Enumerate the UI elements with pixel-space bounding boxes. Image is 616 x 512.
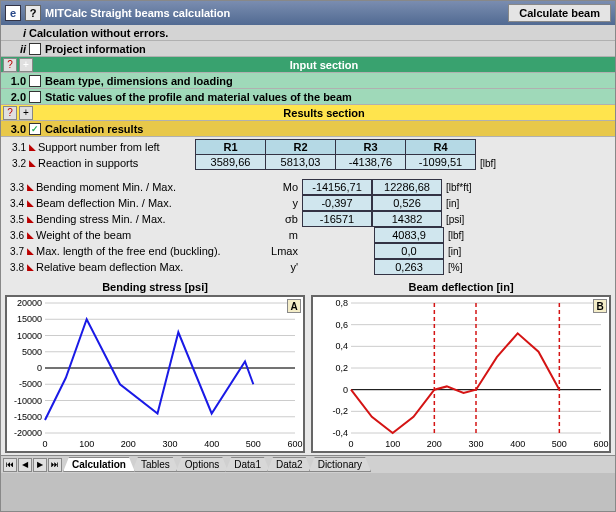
th-r2: R2 — [266, 140, 336, 155]
svg-text:200: 200 — [121, 439, 136, 449]
input-section-header: ? + Input section — [1, 57, 615, 73]
svg-text:400: 400 — [510, 439, 525, 449]
tab-tables[interactable]: Tables — [132, 457, 179, 472]
l32-idx: 3.2 — [3, 158, 29, 169]
svg-text:0,4: 0,4 — [335, 341, 348, 351]
tab-nav-last[interactable]: ⏭ — [48, 458, 62, 472]
svg-text:600: 600 — [593, 439, 608, 449]
td-r2: 5813,03 — [266, 155, 336, 170]
svg-text:0: 0 — [343, 385, 348, 395]
tab-data2[interactable]: Data2 — [267, 457, 312, 472]
chart-a: A 20000150001000050000-5000-10000-15000-… — [5, 295, 305, 453]
project-checkbox[interactable] — [29, 43, 41, 55]
svg-text:500: 500 — [246, 439, 261, 449]
svg-text:-15000: -15000 — [14, 412, 42, 422]
help-icon[interactable]: ? — [25, 5, 41, 21]
tab-data1[interactable]: Data1 — [225, 457, 270, 472]
tab-nav-next[interactable]: ▶ — [33, 458, 47, 472]
svg-text:0,8: 0,8 — [335, 298, 348, 308]
l32-text: Reaction in supports — [38, 157, 189, 169]
project-index: ii — [3, 43, 29, 55]
result-line-3-8: 3.8◣Relative beam deflection Max.y'0,263… — [1, 259, 615, 275]
chart-b: B 0,80,60,40,20-0,2-0,401002003004005006… — [311, 295, 611, 453]
svg-text:0: 0 — [42, 439, 47, 449]
row-1-0-checkbox[interactable] — [29, 75, 41, 87]
tab-calculation[interactable]: Calculation — [63, 457, 135, 472]
td-r4: -1099,51 — [406, 155, 476, 170]
results-section-header: ? + Results section — [1, 105, 615, 121]
row-3-0-idx: 3.0 — [3, 123, 29, 135]
svg-text:15000: 15000 — [17, 314, 42, 324]
row-2-0-text: Static values of the profile and materia… — [45, 91, 613, 103]
result-line-3-4: 3.4◣Beam deflection Min. / Max.y-0,3970,… — [1, 195, 615, 211]
svg-text:300: 300 — [468, 439, 483, 449]
chart-b-svg: 0,80,60,40,20-0,2-0,40100200300400500600 — [313, 297, 609, 451]
input-expand-button[interactable]: + — [19, 58, 33, 72]
status-index: i — [3, 27, 29, 39]
row-2-0: 2.0 Static values of the profile and mat… — [1, 89, 615, 105]
tab-nav-first[interactable]: ⏮ — [3, 458, 17, 472]
svg-text:10000: 10000 — [17, 331, 42, 341]
chart-b-badge[interactable]: B — [593, 299, 607, 313]
row-3-0-checkbox[interactable]: ✓ — [29, 123, 41, 135]
svg-text:100: 100 — [385, 439, 400, 449]
row-2-0-checkbox[interactable] — [29, 91, 41, 103]
marker-icon: ◣ — [29, 158, 38, 168]
app-icon: e — [5, 5, 21, 21]
th-r3: R3 — [336, 140, 406, 155]
results-section-label: Results section — [35, 107, 613, 119]
svg-text:100: 100 — [79, 439, 94, 449]
titlebar: e ? MITCalc Straight beams calculation C… — [1, 1, 615, 25]
svg-text:600: 600 — [287, 439, 302, 449]
chart-b-title: Beam deflection [in] — [311, 281, 611, 295]
svg-text:0,2: 0,2 — [335, 363, 348, 373]
result-line-3-5: 3.5◣Bending stress Min. / Max.σb-1657114… — [1, 211, 615, 227]
calculate-beam-button[interactable]: Calculate beam — [508, 4, 611, 22]
row-1-0-idx: 1.0 — [3, 75, 29, 87]
svg-text:-0,4: -0,4 — [332, 428, 348, 438]
status-row: i Calculation without errors. — [1, 25, 615, 41]
input-section-label: Input section — [35, 59, 613, 71]
svg-text:0: 0 — [37, 363, 42, 373]
th-r4: R4 — [406, 140, 476, 155]
input-help-button[interactable]: ? — [3, 58, 17, 72]
project-text: Project information — [45, 43, 613, 55]
l31-text: Support number from left — [38, 141, 189, 153]
svg-text:-5000: -5000 — [19, 379, 42, 389]
row-3-0: 3.0 ✓ Calculation results — [1, 121, 615, 137]
chart-a-svg: 20000150001000050000-5000-10000-15000-20… — [7, 297, 303, 451]
th-r1: R1 — [196, 140, 266, 155]
svg-text:300: 300 — [162, 439, 177, 449]
supports-unit: [lbf] — [476, 158, 496, 169]
svg-text:5000: 5000 — [22, 347, 42, 357]
result-line-3-6: 3.6◣Weight of the beamm4083,9[lbf] — [1, 227, 615, 243]
row-2-0-idx: 2.0 — [3, 91, 29, 103]
td-r3: -4138,76 — [336, 155, 406, 170]
svg-text:-0,2: -0,2 — [332, 406, 348, 416]
svg-text:500: 500 — [552, 439, 567, 449]
result-line-3-7: 3.7◣Max. length of the free end (bucklin… — [1, 243, 615, 259]
tab-nav-prev[interactable]: ◀ — [18, 458, 32, 472]
status-text: Calculation without errors. — [29, 27, 613, 39]
td-r1: 3589,66 — [196, 155, 266, 170]
results-expand-button[interactable]: + — [19, 106, 33, 120]
row-1-0-text: Beam type, dimensions and loading — [45, 75, 613, 87]
results-help-button[interactable]: ? — [3, 106, 17, 120]
svg-text:200: 200 — [427, 439, 442, 449]
tab-options[interactable]: Options — [176, 457, 228, 472]
chart-a-title: Bending stress [psi] — [5, 281, 305, 295]
svg-text:0,6: 0,6 — [335, 320, 348, 330]
sheet-tabs: ⏮ ◀ ▶ ⏭ CalculationTablesOptionsData1Dat… — [1, 455, 615, 473]
row-1-0: 1.0 Beam type, dimensions and loading — [1, 73, 615, 89]
tab-dictionary[interactable]: Dictionary — [309, 457, 371, 472]
project-row: ii Project information — [1, 41, 615, 57]
svg-text:-10000: -10000 — [14, 396, 42, 406]
chart-a-badge[interactable]: A — [287, 299, 301, 313]
row-3-0-text: Calculation results — [45, 123, 613, 135]
l31-idx: 3.1 — [3, 142, 29, 153]
result-line-3-3: 3.3◣Bending moment Min. / Max.Mo-14156,7… — [1, 179, 615, 195]
svg-text:0: 0 — [348, 439, 353, 449]
svg-text:20000: 20000 — [17, 298, 42, 308]
svg-text:400: 400 — [204, 439, 219, 449]
svg-text:-20000: -20000 — [14, 428, 42, 438]
